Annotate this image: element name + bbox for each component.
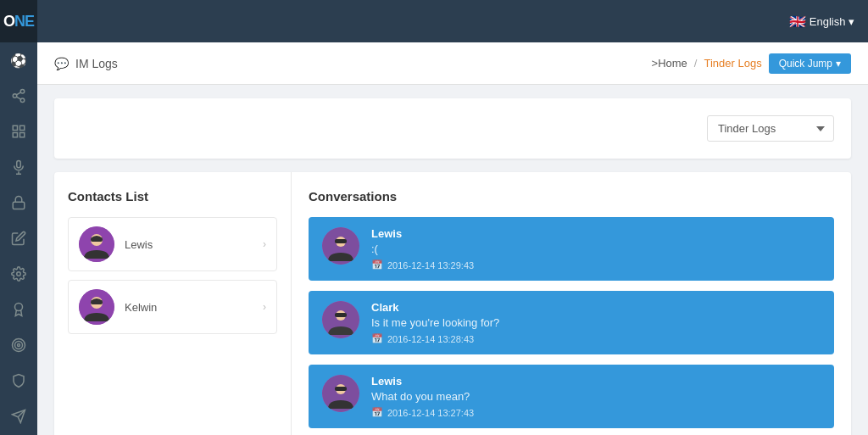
svg-rect-5: [13, 125, 17, 130]
svg-point-17: [18, 344, 20, 347]
conv-time-1: 📅 2016-12-14 13:28:43: [371, 333, 821, 344]
svg-point-2: [20, 98, 25, 103]
conversation-item-2[interactable]: Lewis What do you mean? 📅 2016-12-14 13:…: [309, 365, 834, 428]
conv-msg-1: Is it me you're looking for?: [371, 316, 821, 329]
calendar-icon-2: 📅: [371, 407, 383, 418]
contact-name-lewis: Lewis: [125, 238, 153, 251]
contact-item-lewis[interactable]: Lewis ›: [68, 217, 277, 271]
im-logs-icon: 💬: [54, 57, 69, 70]
calendar-icon-1: 📅: [371, 333, 383, 344]
conv-name-1: Clark: [371, 301, 821, 314]
svg-rect-30: [335, 239, 347, 243]
log-type-select[interactable]: Tinder Logs WhatsApp Logs Facebook Logs: [707, 115, 834, 142]
contact-left-lewis: Lewis: [79, 226, 153, 262]
send-icon[interactable]: [0, 399, 37, 434]
svg-point-16: [15, 342, 23, 349]
conv-avatar-2: [322, 375, 359, 412]
soccer-ball-icon[interactable]: ⚽: [0, 42, 37, 78]
conv-body-2: Lewis What do you mean? 📅 2016-12-14 13:…: [371, 375, 821, 418]
language-selector[interactable]: 🇬🇧 English ▾: [789, 14, 854, 30]
conv-msg-0: :(: [371, 243, 821, 255]
filter-card: Tinder Logs WhatsApp Logs Facebook Logs: [54, 98, 851, 159]
logo-o: O: [3, 13, 14, 31]
content-area: Tinder Logs WhatsApp Logs Facebook Logs …: [37, 85, 868, 435]
grid-icon[interactable]: [0, 114, 37, 149]
main-panel: Contacts List: [54, 172, 851, 435]
svg-rect-33: [335, 313, 347, 317]
svg-point-14: [15, 304, 23, 311]
main-content: 🇬🇧 English ▾ 💬 IM Logs >Home / Tinder Lo…: [37, 0, 868, 435]
conv-time-0: 📅 2016-12-14 13:29:43: [371, 259, 821, 270]
svg-point-13: [17, 272, 21, 276]
svg-rect-8: [13, 133, 17, 137]
edit-icon[interactable]: [0, 220, 37, 256]
svg-rect-27: [91, 300, 103, 304]
avatar-lewis: [79, 226, 114, 262]
gear-icon[interactable]: [0, 256, 37, 292]
svg-rect-6: [20, 125, 25, 130]
svg-rect-23: [91, 237, 103, 242]
flag-icon: 🇬🇧: [789, 14, 806, 30]
contact-item-kelwin[interactable]: Kelwin ›: [68, 280, 277, 334]
svg-line-4: [16, 92, 20, 95]
breadcrumb-right: >Home / Tinder Logs Quick Jump ▾: [652, 53, 851, 74]
contact-name-kelwin: Kelwin: [125, 301, 157, 314]
conv-timestamp-2: 2016-12-14 13:27:43: [387, 408, 474, 418]
svg-rect-7: [20, 133, 25, 137]
calendar-icon-0: 📅: [371, 259, 383, 270]
breadcrumb-current: Tinder Logs: [704, 57, 761, 70]
contact-arrow-lewis: ›: [263, 238, 266, 250]
contacts-title: Contacts List: [68, 189, 277, 204]
sidebar: ONE ⚽: [0, 0, 37, 435]
app-logo: ONE: [0, 0, 37, 42]
conv-avatar-1: [322, 301, 359, 338]
quick-jump-button[interactable]: Quick Jump ▾: [769, 53, 851, 74]
language-label: English ▾: [810, 15, 854, 28]
svg-point-0: [20, 90, 25, 94]
conversation-item-0[interactable]: Lewis :( 📅 2016-12-14 13:29:43: [309, 217, 834, 281]
breadcrumb-home[interactable]: >Home: [652, 57, 687, 70]
svg-rect-12: [13, 202, 25, 209]
conv-avatar-0: [322, 227, 359, 265]
share-icon[interactable]: [0, 78, 37, 114]
svg-rect-36: [335, 387, 347, 391]
contact-arrow-kelwin: ›: [263, 301, 266, 313]
conversations-title: Conversations: [309, 189, 834, 204]
breadcrumb-separator: /: [694, 57, 698, 70]
quick-jump-arrow: ▾: [836, 58, 841, 70]
conv-name-2: Lewis: [371, 375, 821, 388]
conv-time-2: 📅 2016-12-14 13:27:43: [371, 407, 821, 418]
award-icon[interactable]: [0, 292, 37, 327]
page-title-area: 💬 IM Logs: [54, 57, 118, 70]
svg-point-1: [13, 94, 17, 98]
contact-left-kelwin: Kelwin: [79, 289, 157, 325]
conv-timestamp-0: 2016-12-14 13:29:43: [387, 260, 474, 270]
lock-icon[interactable]: [0, 185, 37, 220]
conversations-pane: Conversations Lewis :(: [292, 172, 851, 435]
conv-msg-2: What do you mean?: [371, 390, 821, 403]
quick-jump-label: Quick Jump: [779, 58, 832, 70]
topbar: 🇬🇧 English ▾: [37, 0, 868, 42]
breadcrumb-bar: 💬 IM Logs >Home / Tinder Logs Quick Jump…: [37, 42, 868, 85]
mic-icon[interactable]: [0, 149, 37, 185]
logo-ne: NE: [14, 13, 34, 31]
avatar-kelwin: [79, 289, 114, 325]
svg-line-3: [16, 97, 20, 99]
shield-icon[interactable]: [0, 363, 37, 399]
contacts-pane: Contacts List: [54, 172, 292, 435]
svg-rect-9: [17, 161, 21, 168]
conv-timestamp-1: 2016-12-14 13:28:43: [387, 334, 474, 344]
page-title: IM Logs: [75, 57, 118, 70]
target-icon[interactable]: [0, 327, 37, 363]
conv-body-1: Clark Is it me you're looking for? 📅 201…: [371, 301, 821, 344]
conv-name-0: Lewis: [371, 227, 821, 240]
conv-body-0: Lewis :( 📅 2016-12-14 13:29:43: [371, 227, 821, 270]
conversation-item-1[interactable]: Clark Is it me you're looking for? 📅 201…: [309, 291, 834, 354]
